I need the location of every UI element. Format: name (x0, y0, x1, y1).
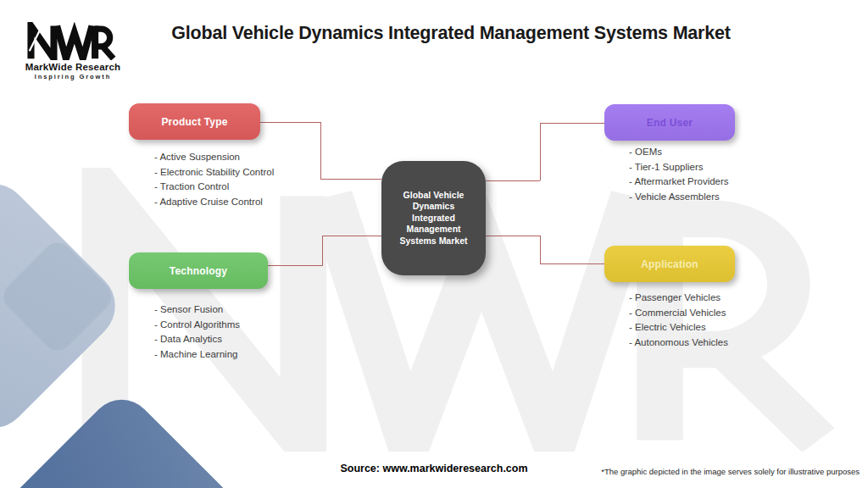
center-node-label: Global Vehicle Dynamics Integrated Manag… (381, 190, 486, 247)
category-box-product-type: Product Type (129, 103, 260, 140)
brand-name: MarkWide Research (14, 62, 132, 72)
diagram-title: Global Vehicle Dynamics Integrated Manag… (51, 23, 851, 44)
connector-line (322, 236, 381, 236)
category-label-product-type: Product Type (161, 116, 227, 128)
connector-line (486, 180, 540, 181)
center-node: Global Vehicle Dynamics Integrated Manag… (381, 161, 486, 275)
list-item: - OEMs (629, 145, 729, 160)
category-list-application: - Passenger Vehicles - Commercial Vehicl… (629, 291, 728, 350)
category-box-application: Application (604, 246, 735, 282)
connector-line (540, 236, 541, 263)
list-item: - Sensor Fusion (154, 302, 240, 318)
list-item: - Electronic Stability Control (154, 165, 274, 180)
category-list-technology: - Sensor Fusion - Control Algorithms - D… (154, 302, 240, 362)
connector-line (320, 179, 381, 180)
list-item: - Electric Vehicles (629, 320, 728, 336)
list-item: - Traction Control (154, 180, 274, 195)
category-label-technology: Technology (170, 265, 227, 277)
list-item: - Tier-1 Suppliers (629, 160, 729, 175)
list-item: - Control Algorithms (154, 318, 240, 333)
connector-line (540, 123, 541, 180)
connector-line (540, 263, 604, 264)
list-item: - Vehicle Assemblers (629, 190, 729, 205)
connector-line (486, 236, 540, 236)
category-box-end-user: End User (604, 104, 735, 141)
list-item: - Autonomous Vehicles (629, 336, 728, 351)
category-list-product-type: - Active Suspension - Electronic Stabili… (154, 150, 274, 209)
connector-line (320, 122, 321, 179)
category-label-application: Application (641, 258, 698, 270)
list-item: - Data Analytics (154, 332, 240, 347)
list-item: - Passenger Vehicles (629, 291, 728, 306)
list-item: - Aftermarket Providers (629, 175, 729, 190)
category-box-technology: Technology (129, 252, 268, 289)
list-item: - Machine Learning (154, 347, 240, 363)
connector-line (268, 265, 323, 266)
list-item: - Adaptive Cruise Control (154, 195, 274, 210)
connector-line (322, 236, 323, 265)
category-list-end-user: - OEMs - Tier-1 Suppliers - Aftermarket … (629, 145, 729, 204)
category-label-end-user: End User (647, 117, 693, 129)
brand-tagline: Inspiring Growth (14, 73, 132, 80)
list-item: - Active Suspension (154, 150, 274, 165)
infographic-canvas: MarkWide Research Inspiring Growth Globa… (0, 0, 868, 488)
list-item: - Commercial Vehicles (629, 306, 728, 321)
connector-line (260, 122, 320, 123)
connector-line (540, 123, 604, 124)
disclaimer-text: *The graphic depicted in the image serve… (601, 467, 860, 476)
